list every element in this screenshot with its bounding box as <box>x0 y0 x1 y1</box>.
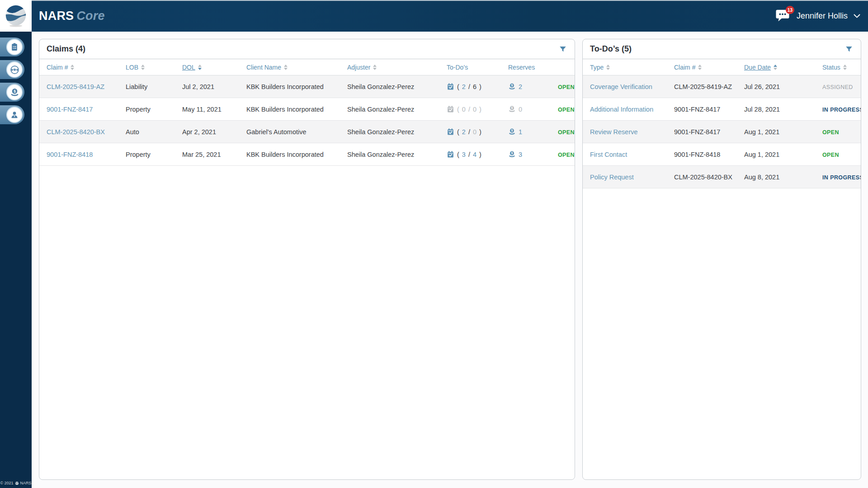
todo-count-cell[interactable]: (2/6) <box>447 83 508 90</box>
svg-text:$: $ <box>511 84 513 87</box>
filter-icon[interactable] <box>844 45 854 54</box>
claim-number-link[interactable]: CLM-2025-8419-AZ <box>47 83 126 90</box>
adjuster-cell: Sheila Gonzalez-Perez <box>347 83 447 90</box>
status-badge: IN PROGRESS <box>822 174 861 181</box>
reserve-money-icon: $ <box>508 83 516 90</box>
status-badge: OPEN <box>822 129 839 136</box>
claims-table-row: 9001-FNZ-8418 Property Mar 25, 2021 KBK … <box>39 143 575 166</box>
calendar-check-icon <box>447 150 454 158</box>
todo-type-link[interactable]: Policy Request <box>590 174 674 181</box>
todos-table-body: Coverage Verification CLM-2025-8419-AZ J… <box>583 75 861 188</box>
todo-claim-number-cell: CLM-2025-8419-AZ <box>674 83 744 90</box>
sidebar-item-clients[interactable] <box>0 60 24 79</box>
todo-type-link[interactable]: Additional Information <box>590 106 674 113</box>
due-date-cell: Aug 1, 2021 <box>744 151 822 158</box>
user-menu[interactable]: 13 Jennifer Hollis <box>775 0 861 32</box>
sort-icon <box>71 65 74 70</box>
reserves-money-icon: $ <box>6 84 23 100</box>
sort-icon <box>198 65 202 70</box>
column-header-status[interactable]: Status <box>822 64 854 71</box>
todo-table-row: Review Reserve 9001-FNZ-8417 Aug 1, 2021… <box>583 121 861 143</box>
adjuster-cell: Sheila Gonzalez-Perez <box>347 106 447 113</box>
svg-text:$: $ <box>511 129 513 132</box>
column-header-lob[interactable]: LOB <box>126 64 182 71</box>
reserve-count-cell[interactable]: $ 3 <box>508 150 558 158</box>
svg-text:$: $ <box>14 89 16 93</box>
todo-status-cell: IN PROGRESS <box>822 106 861 113</box>
todos-table-header: TypeClaim #Due DateStatus <box>583 59 861 75</box>
sidebar-item-profile[interactable] <box>0 105 24 124</box>
todo-claim-number-cell: 9001-FNZ-8418 <box>674 151 744 158</box>
handshake-icon <box>6 61 23 78</box>
brand-suffix: Core <box>76 9 104 23</box>
reserve-count-cell[interactable]: $ 1 <box>508 128 558 136</box>
claims-panel-header: Claims (4) <box>39 39 575 59</box>
column-header-client-name[interactable]: Client Name <box>246 64 347 71</box>
lob-cell: Liability <box>126 83 182 90</box>
claim-status-cell: OPEN <box>558 83 575 90</box>
reserve-count: 1 <box>519 128 522 136</box>
calendar-check-icon <box>447 105 454 113</box>
svg-text:$: $ <box>511 106 513 110</box>
claims-table-body: CLM-2025-8419-AZ Liability Jul 2, 2021 K… <box>39 75 575 166</box>
column-header-adjuster[interactable]: Adjuster <box>347 64 447 71</box>
todos-panel-title: To-Do’s (5) <box>590 44 632 54</box>
app-title: NARSCore <box>39 9 105 23</box>
todos-panel-header: To-Do’s (5) <box>583 39 861 59</box>
column-header-dol[interactable]: DOL <box>182 64 246 71</box>
notification-badge: 13 <box>786 6 794 14</box>
status-badge: OPEN <box>558 129 575 136</box>
todo-type-link[interactable]: Coverage Verification <box>590 83 674 90</box>
top-header-bar: NARSCore 13 Jennifer Hollis <box>0 0 868 32</box>
client-name-cell: KBK Builders Incorporated <box>246 106 347 113</box>
reserve-count: 2 <box>519 83 522 90</box>
sort-icon <box>141 65 145 70</box>
filter-icon[interactable] <box>558 45 567 54</box>
lob-cell: Auto <box>126 128 182 136</box>
sidebar-item-claims[interactable] <box>0 38 24 56</box>
claim-number-link[interactable]: 9001-FNZ-8417 <box>47 106 126 113</box>
column-header-claim-[interactable]: Claim # <box>47 64 126 71</box>
adjuster-cell: Sheila Gonzalez-Perez <box>347 151 447 158</box>
claim-status-cell: OPEN <box>558 106 575 113</box>
todo-table-row: Additional Information 9001-FNZ-8417 Jul… <box>583 98 861 121</box>
client-name-cell: Gabriel's Automotive <box>246 128 347 136</box>
messages-button[interactable]: 13 <box>775 9 791 23</box>
client-name-cell: KBK Builders Incorporated <box>246 83 347 90</box>
todos-panel: To-Do’s (5) TypeClaim #Due DateStatus Co… <box>582 39 861 480</box>
reserve-money-icon: $ <box>508 150 516 158</box>
claims-table-row: CLM-2025-8420-BX Auto Apr 2, 2021 Gabrie… <box>39 121 575 143</box>
user-name: Jennifer Hollis <box>797 11 848 21</box>
client-name-cell: KBK Builders Incorporated <box>246 151 347 158</box>
column-header-type[interactable]: Type <box>590 64 674 71</box>
dol-cell: Jul 2, 2021 <box>182 83 246 90</box>
dol-cell: May 11, 2021 <box>182 106 246 113</box>
claims-table-header: Claim #LOBDOLClient NameAdjusterTo-Do’sR… <box>39 59 575 75</box>
todo-count-cell[interactable]: (0/0) <box>447 105 508 113</box>
sort-icon <box>373 65 377 70</box>
todo-status-cell: ASSIGNED <box>822 83 853 90</box>
status-badge: IN PROGRESS <box>822 107 861 113</box>
claims-clipboard-icon <box>6 39 23 55</box>
column-header-claim-[interactable]: Claim # <box>674 64 744 71</box>
todo-claim-number-cell: 9001-FNZ-8417 <box>674 106 744 113</box>
lob-cell: Property <box>126 106 182 113</box>
sort-icon <box>606 65 610 70</box>
sidebar-item-reserves[interactable]: $ <box>0 83 24 102</box>
status-badge: OPEN <box>822 152 839 158</box>
status-badge: OPEN <box>558 152 575 158</box>
todo-type-link[interactable]: Review Reserve <box>590 128 674 136</box>
todo-type-link[interactable]: First Contact <box>590 151 674 158</box>
claim-number-link[interactable]: 9001-FNZ-8418 <box>47 151 126 158</box>
column-header-to-do-s: To-Do’s <box>447 64 508 71</box>
todo-count-cell[interactable]: (3/4) <box>447 150 508 158</box>
claim-number-link[interactable]: CLM-2025-8420-BX <box>47 128 126 136</box>
column-header-due-date[interactable]: Due Date <box>744 64 822 71</box>
status-badge: ASSIGNED <box>822 84 853 90</box>
todo-count-cell[interactable]: (2/0) <box>447 128 508 136</box>
reserve-count-cell[interactable]: $ 0 <box>508 105 558 113</box>
left-nav-sidebar: $ © 2021 NARS <box>0 32 32 488</box>
reserve-count-cell[interactable]: $ 2 <box>508 83 558 90</box>
company-logo[interactable] <box>0 0 32 32</box>
status-badge: OPEN <box>558 107 575 113</box>
